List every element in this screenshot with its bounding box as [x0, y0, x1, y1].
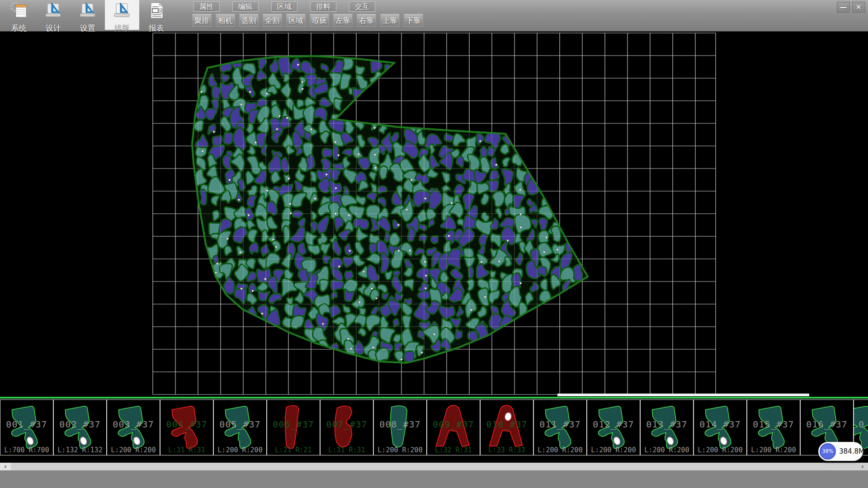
- scroll-left-arrow-icon[interactable]: ‹: [0, 463, 11, 470]
- part-shape: [58, 401, 102, 454]
- tool-button-5[interactable]: 区域: [286, 14, 306, 27]
- part-shape: [538, 401, 582, 454]
- nesting-canvas-svg: [0, 32, 868, 397]
- main-toolbar: 系统设计设置排版报表 属性编辑区域排料交互 聚排相机选割全割区域瑕疵左靠右靠上靠…: [0, 0, 868, 32]
- part-thumbnail-11[interactable]: 011_#37L:200 R:200: [533, 399, 587, 455]
- scroll-right-arrow-icon[interactable]: ›: [857, 463, 868, 470]
- menu-tab-1[interactable]: 属性: [193, 1, 220, 12]
- tool-button-1[interactable]: 聚排: [192, 14, 212, 27]
- tool-button-4[interactable]: 全割: [263, 14, 282, 27]
- menu-tab-row: 属性编辑区域排料交互: [193, 1, 375, 12]
- report-document-icon: [146, 1, 166, 23]
- parts-strip-scroll-thumb[interactable]: [557, 394, 809, 396]
- part-thumbnail-2[interactable]: 002_#37L:132 R:132: [53, 399, 107, 455]
- part-thumbnail-8[interactable]: 008_#37L:200 R:200: [373, 399, 427, 455]
- usage-percent-indicator: 38%: [820, 443, 836, 460]
- tool-button-7[interactable]: 左靠: [333, 14, 353, 27]
- menu-tab-5[interactable]: 交互: [349, 1, 375, 12]
- launcher-button-5[interactable]: 报表: [139, 0, 174, 30]
- launcher-button-4[interactable]: 排版: [105, 0, 139, 30]
- parts-thumbnail-strip: 001_#37L:700 R:700002_#37L:132 R:132003_…: [0, 399, 868, 455]
- window-controls: — ✕: [837, 2, 865, 13]
- part-shape: [5, 401, 48, 454]
- parts-strip-divider: [0, 397, 868, 399]
- part-shape: [432, 401, 475, 454]
- part-thumbnail-14[interactable]: 014_#37L:200 R:200: [693, 399, 747, 455]
- part-shape: [752, 401, 795, 454]
- part-shape: [645, 401, 689, 454]
- part-shape: [165, 401, 208, 454]
- tool-button-3[interactable]: 选割: [239, 14, 259, 27]
- status-bar: [0, 470, 868, 488]
- launcher-button-group: 系统设计设置排版报表: [2, 0, 174, 32]
- memory-usage-badge[interactable]: 38% 384.8M: [818, 442, 863, 461]
- part-shape: [592, 401, 635, 454]
- launcher-button-1[interactable]: 系统: [2, 0, 36, 30]
- part-thumbnail-10[interactable]: 010_#37L:33 R:33: [480, 399, 533, 455]
- design-laptop-icon: [43, 1, 63, 23]
- part-thumbnail-15[interactable]: 015_#37L:200 R:200: [747, 399, 800, 455]
- part-thumbnail-1[interactable]: 001_#37L:700 R:700: [0, 399, 53, 455]
- menu-tab-2[interactable]: 编辑: [232, 1, 259, 12]
- tool-button-9[interactable]: 上靠: [380, 14, 400, 27]
- nesting-laptop-icon: [112, 1, 132, 23]
- menu-tab-3[interactable]: 区域: [271, 1, 297, 12]
- part-thumbnail-7[interactable]: 007_#37L:31 R:31: [320, 399, 373, 455]
- memory-usage-value: 384.8M: [839, 442, 864, 461]
- system-gear-table-icon: [9, 1, 29, 23]
- tool-button-2[interactable]: 相机: [216, 14, 235, 27]
- tool-button-6[interactable]: 瑕疵: [310, 14, 329, 27]
- horizontal-scrollbar[interactable]: ‹ ›: [0, 463, 868, 470]
- part-shape: [378, 401, 422, 454]
- part-shape: [698, 401, 742, 454]
- tool-button-8[interactable]: 右靠: [357, 14, 376, 27]
- settings-laptop-icon: [78, 1, 98, 23]
- part-thumbnail-13[interactable]: 013_#37L:200 R:200: [640, 399, 693, 455]
- part-shape: [272, 401, 315, 454]
- part-thumbnail-9[interactable]: 009_#37L:32 R:31: [427, 399, 480, 455]
- tool-button-10[interactable]: 下靠: [404, 14, 423, 27]
- part-thumbnail-6[interactable]: 006_#37L:21 R:21: [267, 399, 320, 455]
- part-thumbnail-3[interactable]: 003_#37L:200 R:200: [107, 399, 160, 455]
- part-shape: [325, 401, 368, 454]
- menu-tab-4[interactable]: 排料: [310, 1, 336, 12]
- launcher-button-3[interactable]: 设置: [71, 0, 105, 30]
- close-button[interactable]: ✕: [852, 2, 865, 13]
- part-thumbnail-12[interactable]: 012_#37L:200 R:200: [587, 399, 640, 455]
- launcher-button-2[interactable]: 设计: [36, 0, 71, 30]
- part-thumbnail-5[interactable]: 005_#37L:200 R:200: [213, 399, 267, 455]
- part-thumbnail-4[interactable]: 004_#37L:31 R:31: [160, 399, 213, 455]
- part-shape: [112, 401, 155, 454]
- part-shape: [485, 401, 528, 454]
- part-shape: [218, 401, 262, 454]
- minimize-button[interactable]: —: [837, 2, 850, 13]
- nesting-canvas[interactable]: [0, 32, 868, 397]
- tool-button-row: 聚排相机选割全割区域瑕疵左靠右靠上靠下靠: [192, 14, 423, 27]
